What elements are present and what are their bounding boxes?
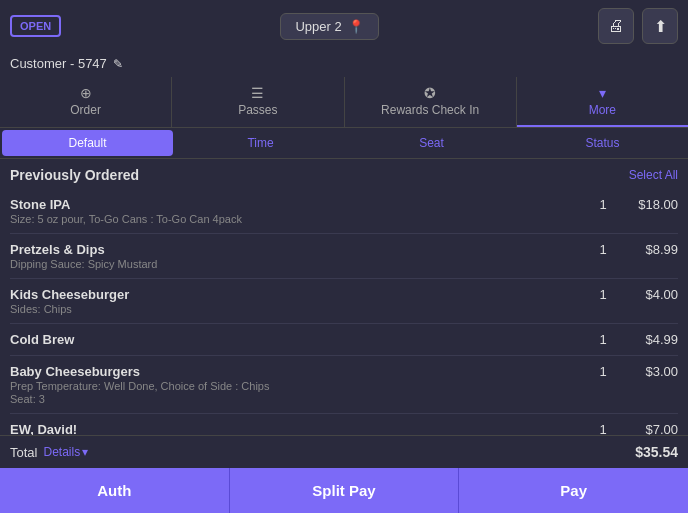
item-qty: 1 [588, 287, 618, 302]
location-icon: 📍 [348, 19, 364, 34]
more-icon: ▾ [599, 85, 606, 101]
open-badge: OPEN [10, 15, 61, 37]
nav-tabs: ⊕ Order ☰ Passes ✪ Rewards Check In ▾ Mo… [0, 77, 688, 128]
item-price: $18.00 [618, 197, 678, 212]
tab-more-label: More [589, 103, 616, 117]
tab-more[interactable]: ▾ More [517, 77, 688, 127]
tab-rewards[interactable]: ✪ Rewards Check In [345, 77, 517, 127]
item-info: Pretzels & Dips Dipping Sauce: Spicy Mus… [10, 242, 588, 270]
rewards-icon: ✪ [424, 85, 436, 101]
item-desc: Prep Temperature: Well Done, Choice of S… [10, 380, 588, 392]
total-label: Total [10, 445, 37, 460]
order-icon: ⊕ [80, 85, 92, 101]
location-button[interactable]: Upper 2 📍 [280, 13, 378, 40]
item-name: Pretzels & Dips [10, 242, 588, 257]
location-label: Upper 2 [295, 19, 341, 34]
list-item[interactable]: Pretzels & Dips Dipping Sauce: Spicy Mus… [10, 234, 678, 279]
chevron-down-icon: ▾ [82, 445, 88, 459]
tab-passes[interactable]: ☰ Passes [172, 77, 344, 127]
list-item[interactable]: Baby Cheeseburgers Prep Temperature: Wel… [10, 356, 678, 414]
item-qty: 1 [588, 332, 618, 347]
item-price: $8.99 [618, 242, 678, 257]
list-item[interactable]: Stone IPA Size: 5 oz pour, To-Go Cans : … [10, 189, 678, 234]
details-label: Details [43, 445, 80, 459]
item-desc: Dipping Sauce: Spicy Mustard [10, 258, 588, 270]
tab-passes-label: Passes [238, 103, 277, 117]
tab-order-label: Order [70, 103, 101, 117]
section-header: Previously Ordered Select All [0, 159, 688, 189]
share-button[interactable]: ⬆ [642, 8, 678, 44]
item-qty: 1 [588, 242, 618, 257]
total-row: Total Details ▾ $35.54 [0, 435, 688, 468]
item-name: Kids Cheeseburger [10, 287, 588, 302]
sub-tabs: Default Time Seat Status [0, 128, 688, 159]
item-name: Stone IPA [10, 197, 588, 212]
item-qty: 1 [588, 364, 618, 379]
footer: Total Details ▾ $35.54 Auth Split Pay Pa… [0, 435, 688, 513]
header: OPEN Upper 2 📍 🖨 ⬆ [0, 0, 688, 52]
print-button[interactable]: 🖨 [598, 8, 634, 44]
item-price: $4.99 [618, 332, 678, 347]
passes-icon: ☰ [251, 85, 264, 101]
item-info: Stone IPA Size: 5 oz pour, To-Go Cans : … [10, 197, 588, 225]
subtab-seat[interactable]: Seat [346, 128, 517, 158]
total-left: Total Details ▾ [10, 445, 88, 460]
details-link[interactable]: Details ▾ [43, 445, 88, 459]
item-desc: Size: 5 oz pour, To-Go Cans : To-Go Can … [10, 213, 588, 225]
tab-rewards-label: Rewards Check In [381, 103, 479, 117]
customer-label: Customer - 5747 [10, 56, 107, 71]
order-list: Stone IPA Size: 5 oz pour, To-Go Cans : … [0, 189, 688, 469]
share-icon: ⬆ [654, 17, 667, 36]
item-price: $4.00 [618, 287, 678, 302]
item-name: Cold Brew [10, 332, 588, 347]
auth-button[interactable]: Auth [0, 468, 230, 513]
item-price: $3.00 [618, 364, 678, 379]
item-info: Kids Cheeseburger Sides: Chips [10, 287, 588, 315]
item-info: Cold Brew [10, 332, 588, 347]
section-title: Previously Ordered [10, 167, 139, 183]
edit-icon[interactable]: ✎ [113, 57, 123, 71]
print-icon: 🖨 [608, 17, 624, 35]
item-desc: Seat: 3 [10, 393, 588, 405]
item-qty: 1 [588, 197, 618, 212]
pay-button[interactable]: Pay [459, 468, 688, 513]
split-pay-button[interactable]: Split Pay [230, 468, 460, 513]
item-desc: Sides: Chips [10, 303, 588, 315]
select-all-button[interactable]: Select All [629, 168, 678, 182]
subtab-time[interactable]: Time [175, 128, 346, 158]
subtab-status[interactable]: Status [517, 128, 688, 158]
item-info: Baby Cheeseburgers Prep Temperature: Wel… [10, 364, 588, 405]
item-name: Baby Cheeseburgers [10, 364, 588, 379]
list-item[interactable]: Cold Brew 1 $4.99 [10, 324, 678, 356]
subtab-default[interactable]: Default [2, 130, 173, 156]
customer-row: Customer - 5747 ✎ [0, 52, 688, 77]
action-buttons: Auth Split Pay Pay [0, 468, 688, 513]
list-item[interactable]: Kids Cheeseburger Sides: Chips 1 $4.00 [10, 279, 678, 324]
header-icons: 🖨 ⬆ [598, 8, 678, 44]
total-amount: $35.54 [635, 444, 678, 460]
tab-order[interactable]: ⊕ Order [0, 77, 172, 127]
